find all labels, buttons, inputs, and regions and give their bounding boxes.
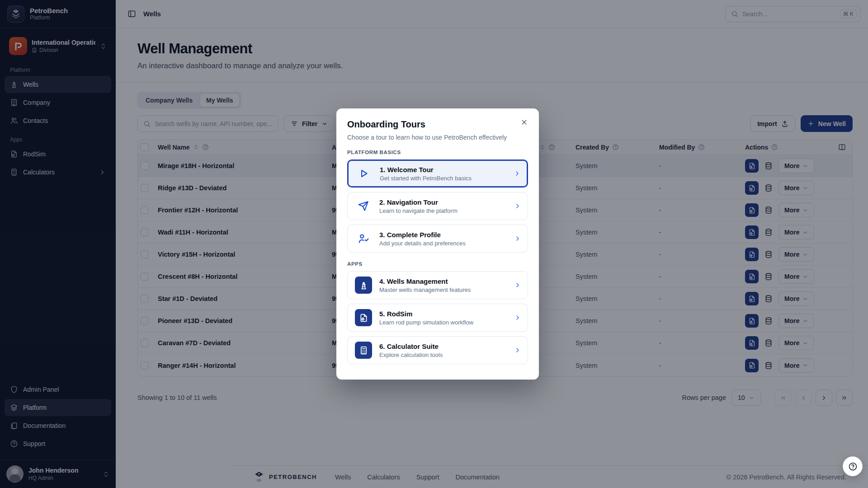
send-icon (355, 200, 372, 212)
close-icon[interactable] (519, 117, 530, 128)
play-icon (355, 168, 373, 179)
rodsim-app-icon (355, 309, 372, 326)
tour-description: Learn to navigate the platform (379, 207, 507, 214)
tour-title: 1. Welcome Tour (380, 166, 506, 174)
tour-item[interactable]: 2. Navigation Tour Learn to navigate the… (347, 192, 528, 220)
usercheck-icon (355, 233, 372, 244)
tour-item[interactable]: 5. RodSim Learn rod pump simulation work… (347, 304, 528, 332)
tour-item[interactable]: 3. Complete Profile Add your details and… (347, 225, 528, 253)
tour-title: 6. Calculator Suite (379, 343, 507, 350)
tour-description: Get started with PetroBench basics (380, 175, 506, 182)
tour-description: Explore calculation tools (379, 352, 507, 358)
chevron-right-icon (514, 314, 521, 321)
modal-subtitle: Choose a tour to learn how to use PetroB… (347, 134, 528, 141)
tour-item[interactable]: 1. Welcome Tour Get started with PetroBe… (347, 160, 528, 188)
chevron-right-icon (514, 347, 521, 354)
derrick-app-icon (355, 277, 372, 294)
tour-item[interactable]: 6. Calculator Suite Explore calculation … (347, 336, 528, 364)
tour-section-label: PLATFORM BASICS (347, 150, 528, 155)
chevron-right-icon (514, 170, 521, 177)
tour-title: 3. Complete Profile (379, 231, 507, 239)
tour-section-label: APPS (347, 261, 528, 267)
modal-title: Onboarding Tours (347, 119, 528, 130)
tour-description: Learn rod pump simulation workflow (379, 319, 507, 326)
tour-title: 2. Navigation Tour (379, 198, 507, 206)
app-screen: P PetroBench Platform International Oper… (0, 0, 868, 488)
tour-sections: PLATFORM BASICS 1. Welcome Tour Get star… (347, 150, 528, 364)
tour-item[interactable]: 4. Wells Management Master wells managem… (347, 271, 528, 299)
tour-title: 5. RodSim (379, 310, 507, 318)
help-fab-button[interactable] (843, 456, 863, 476)
chevron-right-icon (514, 202, 521, 210)
calculator-app-icon (355, 342, 372, 359)
chevron-right-icon (514, 282, 521, 289)
onboarding-tours-modal: Onboarding Tours Choose a tour to learn … (336, 108, 539, 380)
tour-title: 4. Wells Management (379, 277, 507, 285)
tour-description: Add your details and preferences (379, 240, 507, 247)
chevron-right-icon (514, 235, 521, 242)
tour-description: Master wells management features (379, 286, 507, 293)
